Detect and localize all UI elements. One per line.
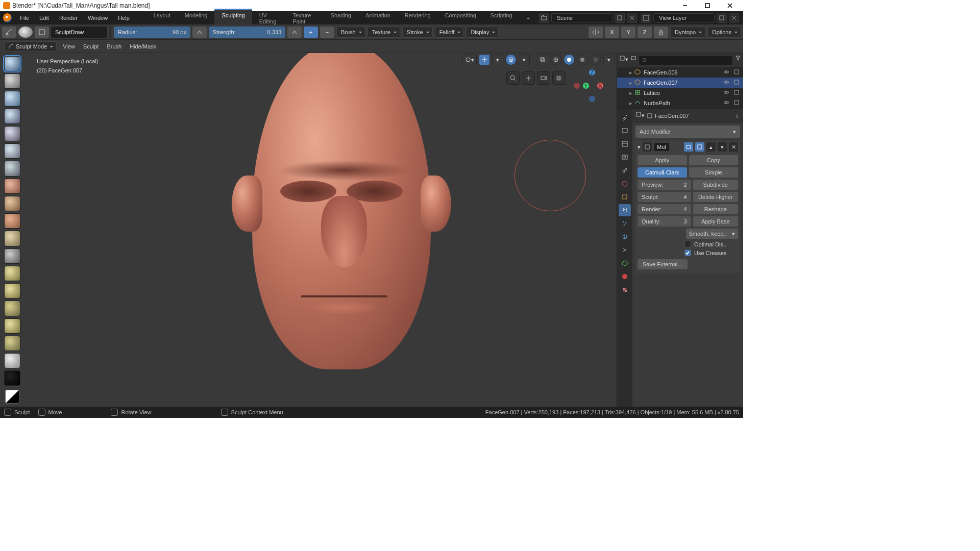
brush-clay-strips[interactable] — [4, 91, 20, 106]
outliner-hide-toggle[interactable] — [723, 69, 730, 76]
brush-crease[interactable] — [4, 161, 20, 176]
modifier-apply-base-button[interactable]: Apply Base — [693, 216, 739, 227]
xray-toggle[interactable] — [537, 54, 548, 65]
mod-show-viewport[interactable] — [695, 142, 704, 152]
mirror-toggle-icon[interactable] — [589, 27, 603, 38]
mode-selector[interactable]: Sculpt Mode — [4, 41, 57, 52]
outliner-disable-toggle[interactable] — [733, 79, 741, 86]
tool-dropdown-brush[interactable]: Brush — [336, 27, 365, 38]
menu-file[interactable]: File — [15, 13, 34, 23]
modifier-quality-field[interactable]: Quality:3 — [638, 216, 691, 227]
menu-render[interactable]: Render — [54, 13, 83, 23]
annotate-tool[interactable] — [5, 390, 19, 403]
optimal-display-checkbox[interactable] — [684, 241, 691, 247]
modifier-preview-field[interactable]: Preview:2 — [638, 180, 691, 190]
shading-wireframe[interactable] — [550, 54, 561, 65]
zoom-icon[interactable] — [506, 71, 520, 85]
outliner-row[interactable]: ▸FaceGen.006 — [617, 67, 743, 78]
outliner-disable-toggle[interactable] — [733, 99, 741, 107]
strength-field[interactable]: Strength:0.333 — [209, 27, 285, 38]
brush-rotate[interactable] — [4, 336, 20, 351]
brush-simplify[interactable] — [4, 353, 20, 368]
axis-neg-z[interactable] — [589, 96, 595, 102]
mirror-y-button[interactable]: Y — [621, 27, 635, 38]
outliner-new-collection[interactable] — [630, 55, 636, 65]
header-menu-sculpt[interactable]: Sculpt — [83, 43, 99, 49]
outliner-search[interactable] — [639, 55, 733, 65]
brush-nudge[interactable] — [4, 318, 20, 334]
prop-tab-material[interactable] — [619, 270, 631, 283]
prop-tab-scene[interactable] — [619, 164, 631, 177]
overlays-dropdown[interactable]: ▾ — [519, 54, 530, 65]
tool-dropdown-texture[interactable]: Texture — [368, 27, 400, 38]
lock-icon[interactable] — [654, 27, 668, 38]
axis-x[interactable]: X — [597, 83, 603, 89]
modifier-delete-higher-button[interactable]: Delete Higher — [693, 192, 739, 202]
mod-delete[interactable]: ✕ — [729, 142, 738, 152]
brush-fill[interactable] — [4, 213, 20, 229]
collapse-icon[interactable]: ▾ — [638, 144, 641, 151]
outliner-display-mode[interactable]: ▾ — [619, 55, 628, 65]
brush-smooth[interactable] — [4, 179, 20, 194]
uv-smooth-dropdown[interactable]: Smooth, keep..▾ — [686, 229, 739, 239]
navigation-gizmo[interactable]: Y X Z — [574, 69, 605, 101]
dyntopo-dropdown[interactable]: Dyntopo — [670, 27, 705, 38]
brush-snake-hook[interactable] — [4, 283, 20, 298]
save-external-button[interactable]: Save External... — [638, 259, 688, 269]
new-scene-button[interactable] — [615, 13, 625, 23]
outliner[interactable]: ▾ ▸FaceGen.006▸FaceGen.007▸Lattice▸Nurbs… — [617, 53, 743, 109]
brush-selector-icon[interactable] — [2, 27, 16, 38]
tool-dropdown-falloff[interactable]: Falloff — [435, 27, 464, 38]
add-workspace-button[interactable]: + — [520, 12, 537, 24]
pin-icon[interactable] — [734, 113, 740, 119]
menu-edit[interactable]: Edit — [34, 13, 54, 23]
outliner-filter-icon[interactable] — [735, 55, 741, 65]
outliner-disable-toggle[interactable] — [733, 89, 741, 96]
brush-name-field[interactable]: SculptDraw — [51, 27, 107, 38]
brush-thumb[interactable] — [4, 300, 20, 316]
outliner-row[interactable]: ▸FaceGen.007 — [617, 78, 743, 88]
header-menu-view[interactable]: View — [63, 43, 75, 49]
brush-draw[interactable] — [4, 56, 20, 71]
header-menu-brush[interactable]: Brush — [107, 43, 121, 49]
prop-tab-render[interactable] — [619, 124, 631, 137]
outliner-hide-toggle[interactable] — [723, 89, 730, 96]
prop-tab-modifier[interactable] — [619, 204, 631, 216]
brush-preview-icon[interactable] — [18, 27, 33, 38]
prop-tab-mesh[interactable] — [619, 257, 631, 269]
prop-tab-tool[interactable] — [619, 111, 631, 123]
outliner-row[interactable]: ▸NurbsPath — [617, 98, 743, 108]
tool-dropdown-display[interactable]: Display — [466, 27, 499, 38]
scene-name-field[interactable]: Scene — [551, 13, 612, 22]
brush-pinch[interactable] — [4, 248, 20, 264]
view-layer-field[interactable]: View Layer — [653, 13, 715, 22]
brush-layer[interactable] — [4, 109, 20, 124]
close-button[interactable] — [720, 0, 740, 11]
view-object-types-icon[interactable]: ▾ — [462, 54, 477, 65]
axis-neg-x[interactable] — [574, 83, 580, 89]
brush-blob[interactable] — [4, 143, 20, 159]
mod-move-down[interactable]: ▾ — [718, 142, 727, 152]
show-gizmo-toggle[interactable] — [479, 54, 490, 65]
add-direction-button[interactable]: + — [304, 27, 318, 38]
add-modifier-dropdown[interactable]: Add Modifier▾ — [635, 126, 740, 138]
simple-button[interactable]: Simple — [689, 167, 739, 178]
outliner-disable-toggle[interactable] — [733, 69, 741, 76]
brush-scrape[interactable] — [4, 231, 20, 246]
mod-show-render[interactable] — [684, 142, 693, 152]
delete-scene-button[interactable] — [627, 13, 637, 23]
shading-options-dropdown[interactable]: ▾ — [603, 54, 615, 65]
menu-window[interactable]: Window — [83, 13, 113, 23]
maximize-button[interactable] — [697, 0, 718, 11]
minimize-button[interactable] — [675, 0, 695, 11]
brush-browse-button[interactable] — [35, 27, 49, 38]
gizmo-options-dropdown[interactable]: ▾ — [492, 54, 503, 65]
radius-field[interactable]: Radius:90 px — [114, 27, 190, 38]
modifier-name-field[interactable]: Mul — [654, 143, 669, 151]
properties-sync-icon[interactable]: ▾ — [635, 111, 645, 120]
mirror-z-button[interactable]: Z — [638, 27, 652, 38]
prop-tab-world[interactable] — [619, 178, 631, 190]
pan-icon[interactable] — [522, 71, 535, 85]
shading-solid[interactable] — [564, 54, 575, 65]
options-dropdown[interactable]: Options — [707, 27, 741, 38]
